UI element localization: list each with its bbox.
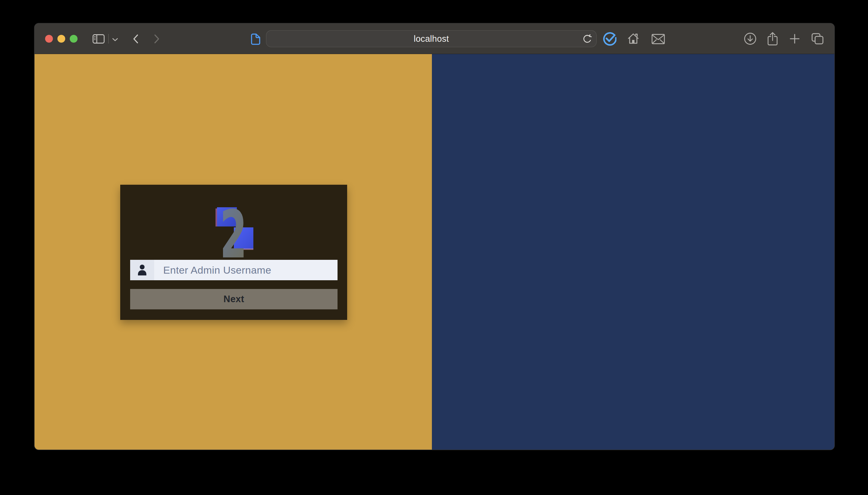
home-icon[interactable]	[627, 32, 639, 46]
chevron-down-icon[interactable]	[112, 37, 118, 42]
login-left-panel: 2 Next	[35, 54, 432, 450]
page-content: 2 Next	[35, 54, 834, 450]
admin-username-field-group	[130, 260, 337, 280]
login-card: 2 Next	[120, 185, 347, 320]
browser-window: localhost	[35, 23, 834, 450]
minimize-window-button[interactable]	[57, 35, 65, 42]
address-bar[interactable]: localhost	[266, 30, 597, 47]
tab-overview-icon[interactable]	[811, 33, 824, 46]
mail-icon[interactable]	[652, 34, 665, 45]
reload-icon[interactable]	[583, 34, 592, 45]
document-icon	[251, 33, 261, 46]
downloads-icon[interactable]	[744, 32, 756, 46]
toolbar-divider	[108, 34, 109, 44]
traffic-lights	[45, 35, 78, 42]
share-icon[interactable]	[767, 32, 778, 47]
forward-icon[interactable]	[154, 34, 160, 45]
navy-right-panel	[432, 54, 834, 450]
new-tab-icon[interactable]	[789, 34, 800, 45]
zoom-window-button[interactable]	[70, 35, 78, 42]
admin-username-input[interactable]	[154, 260, 337, 280]
back-icon[interactable]	[133, 34, 138, 45]
blue-squares-2-logo: 2	[214, 206, 253, 259]
browser-toolbar: localhost	[35, 23, 834, 54]
next-button[interactable]: Next	[130, 289, 337, 309]
url-text[interactable]: localhost	[414, 34, 449, 44]
close-window-button[interactable]	[45, 35, 53, 42]
user-icon	[130, 260, 154, 280]
sidebar-toggle-icon[interactable]	[93, 34, 105, 45]
verified-check-icon[interactable]	[603, 32, 616, 47]
svg-text:2: 2	[220, 206, 247, 258]
